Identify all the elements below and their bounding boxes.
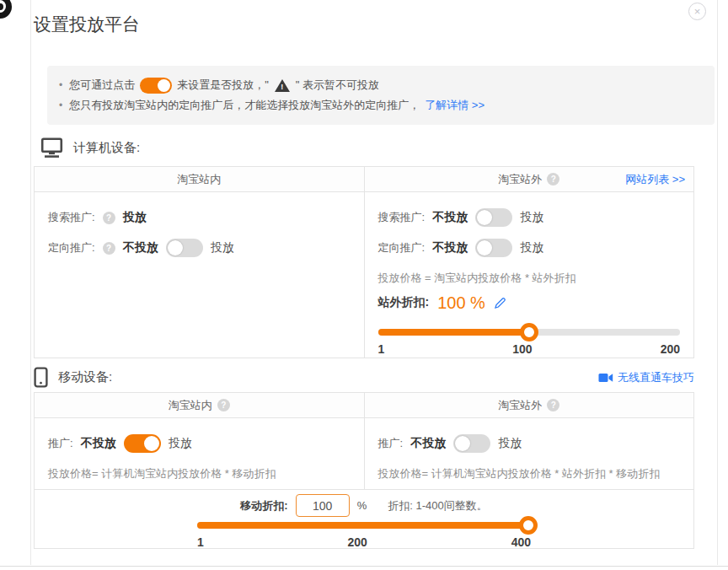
computer-platform-table: 淘宝站内 淘宝站外 ? 网站列表 >> 搜索推广: ? 投放 定向推广: ? 不…	[34, 166, 694, 358]
targeted-promo-label: 定向推广:	[48, 240, 95, 255]
offsite-discount-row: 站外折扣: 100 %	[378, 292, 681, 314]
mobile-onsite-cell: 推广: 不投放 投放 投放价格= 计算机淘宝站内投放价格 * 移动折扣	[35, 418, 365, 489]
mobile-offsite-promo-toggle[interactable]	[453, 434, 490, 453]
edit-pencil-icon[interactable]	[494, 297, 506, 309]
notice-text: 您只有投放淘宝站内的定向推广后，才能选择投放淘宝站外的定向推广，	[69, 98, 420, 113]
header-taobao-offsite: 淘宝站外 ?	[365, 393, 694, 417]
wireless-tips-link[interactable]: 无线直通车技巧	[598, 370, 694, 385]
computer-onsite-targeted-toggle[interactable]	[166, 239, 203, 257]
notice-text: 来设置是否投放，"	[177, 78, 269, 93]
toggle-knob	[158, 79, 170, 92]
promo-off-label: 不投放	[410, 436, 446, 451]
promo-row: 推广: 不投放 投放	[378, 432, 681, 455]
computer-section-title: 计算机设备:	[73, 140, 140, 156]
mobile-table-body: 推广: 不投放 投放 投放价格= 计算机淘宝站内投放价格 * 移动折扣 推广: …	[35, 418, 693, 489]
search-promo-value: 投放	[123, 210, 147, 225]
computer-onsite-cell: 搜索推广: ? 投放 定向推广: ? 不投放 投放	[35, 192, 365, 358]
notice-line-1: • 您可通过点击 来设置是否投放，" ! " 表示暂不可投放	[59, 75, 703, 95]
mobile-onsite-promo-toggle[interactable]	[124, 434, 161, 453]
computer-section-header: 计算机设备:	[40, 137, 140, 158]
learn-more-link[interactable]: 了解详情 >>	[425, 98, 484, 113]
mobile-discount-input[interactable]	[296, 494, 350, 517]
toggle-knob	[144, 436, 159, 451]
example-toggle[interactable]	[140, 78, 172, 94]
mobile-discount-row: 移动折扣: % 折扣: 1-400间整数。	[35, 494, 693, 517]
targeted-on-label: 投放	[211, 240, 234, 255]
computer-table-body: 搜索推广: ? 投放 定向推广: ? 不投放 投放 搜索推广: 不投放 投放	[35, 192, 693, 358]
mobile-onsite-price-formula: 投放价格= 计算机淘宝站内投放价格 * 移动折扣	[48, 466, 351, 481]
mobile-slider-ticks: 1 200 400	[197, 535, 531, 549]
close-button[interactable]: ×	[688, 3, 706, 20]
slider-fill	[378, 329, 529, 336]
promo-off-label: 不投放	[81, 436, 116, 451]
targeted-on-label: 投放	[520, 240, 543, 255]
mobile-discount-hint: 折扣: 1-400间整数。	[388, 498, 487, 514]
toggle-knob	[168, 240, 183, 255]
help-icon[interactable]: ?	[547, 399, 559, 411]
search-off-label: 不投放	[432, 210, 468, 225]
slider-fill	[197, 522, 531, 529]
toggle-knob	[455, 436, 470, 451]
tick-max: 200	[661, 342, 680, 356]
bullet-icon: •	[59, 79, 62, 91]
smartphone-icon	[34, 367, 48, 388]
mobile-table-header: 淘宝站内 ? 淘宝站外 ?	[35, 393, 693, 418]
dialog-left-border	[30, 0, 31, 565]
offsite-discount-value: 100 %	[437, 293, 485, 313]
page-title: 设置投放平台	[34, 13, 140, 36]
website-list-link[interactable]: 网站列表 >>	[625, 167, 685, 192]
search-promo-label: 搜索推广:	[378, 210, 426, 225]
mobile-offsite-price-formula: 投放价格= 计算机淘宝站内投放价格 * 站外折扣 * 移动折扣	[378, 466, 681, 481]
tick-min: 1	[378, 342, 385, 356]
toggle-knob	[477, 210, 492, 225]
tick-min: 1	[197, 535, 204, 549]
help-icon[interactable]: ?	[103, 242, 115, 255]
mobile-discount-slider[interactable]	[197, 522, 531, 529]
targeted-promo-label: 定向推广:	[378, 240, 426, 255]
bullet-icon: •	[59, 99, 62, 111]
toggle-knob	[477, 240, 492, 255]
help-icon[interactable]: ?	[103, 212, 115, 224]
tick-mid: 100	[512, 342, 532, 356]
promo-on-label: 投放	[169, 436, 192, 451]
notice-text: " 表示暂不可投放	[296, 78, 379, 93]
mobile-section-row: 移动设备: 无线直通车技巧	[34, 367, 694, 388]
slider-knob[interactable]	[519, 516, 538, 535]
notice-line-2: • 您只有投放淘宝站内的定向推广后，才能选择投放淘宝站外的定向推广， 了解详情 …	[59, 95, 703, 116]
computer-offsite-targeted-toggle[interactable]	[475, 239, 512, 257]
notice-box: • 您可通过点击 来设置是否投放，" ! " 表示暂不可投放 • 您只有投放淘宝…	[47, 66, 715, 125]
search-promo-label: 搜索推广:	[48, 210, 95, 225]
mobile-section-title: 移动设备:	[58, 369, 112, 385]
header-taobao-onsite: 淘宝站内 ?	[35, 393, 365, 417]
targeted-promo-row: 定向推广: 不投放 投放	[378, 236, 681, 260]
offsite-slider-ticks: 1 100 200	[378, 342, 681, 356]
help-icon[interactable]: ?	[217, 399, 230, 411]
partial-corner-icon	[0, 0, 12, 19]
notice-text: 您可通过点击	[69, 78, 135, 93]
tick-max: 400	[511, 535, 531, 549]
mobile-platform-table: 淘宝站内 ? 淘宝站外 ? 推广: 不投放 投放 投放价格= 计算机淘宝站内投放…	[34, 392, 694, 549]
targeted-promo-row: 定向推广: ? 不投放 投放	[48, 236, 351, 260]
help-icon[interactable]: ?	[547, 173, 559, 186]
percent-sign: %	[357, 499, 367, 512]
promo-label: 推广:	[378, 436, 404, 451]
bottom-divider	[0, 566, 728, 567]
computer-table-header: 淘宝站内 淘宝站外 ? 网站列表 >>	[35, 167, 693, 192]
slider-knob[interactable]	[520, 323, 538, 341]
targeted-off-label: 不投放	[432, 240, 468, 255]
warning-icon: !	[275, 79, 290, 92]
mobile-offsite-cell: 推广: 不投放 投放 投放价格= 计算机淘宝站内投放价格 * 站外折扣 * 移动…	[365, 418, 694, 489]
set-platform-dialog: × 设置投放平台 • 您可通过点击 来设置是否投放，" ! " 表示暂不可投放 …	[0, 0, 728, 570]
search-promo-row: 搜索推广: ? 投放	[48, 206, 351, 229]
search-on-label: 投放	[520, 210, 543, 225]
close-icon: ×	[694, 5, 701, 18]
computer-offsite-cell: 搜索推广: 不投放 投放 定向推广: 不投放 投放 投放价格 = 淘宝站内投放价…	[365, 192, 694, 358]
mobile-slider-wrap: 1 200 400	[197, 522, 531, 549]
video-camera-icon	[598, 372, 613, 384]
dialog-right-border	[717, 0, 718, 565]
promo-on-label: 投放	[498, 436, 522, 451]
promo-label: 推广:	[48, 436, 73, 451]
computer-offsite-search-toggle[interactable]	[475, 208, 512, 227]
offsite-discount-label: 站外折扣:	[378, 295, 430, 310]
offsite-discount-slider[interactable]	[378, 329, 681, 336]
